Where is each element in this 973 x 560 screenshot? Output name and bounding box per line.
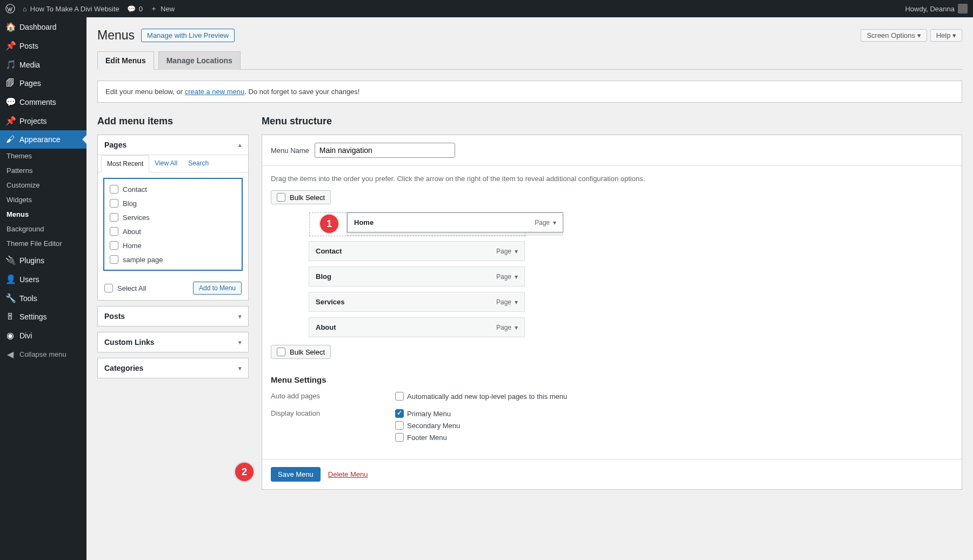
metabox-custom-links-header[interactable]: Custom Links▾ — [98, 332, 248, 352]
plugin-icon: 🔌 — [5, 255, 15, 265]
manage-live-preview-button[interactable]: Manage with Live Preview — [141, 29, 235, 42]
sidebar-item-media[interactable]: 🎵Media — [0, 55, 86, 74]
settings-icon: 🎚 — [5, 312, 15, 322]
page-title: Menus — [97, 28, 135, 43]
add-items-title: Add menu items — [97, 116, 249, 127]
chevron-down-icon: ▾ — [238, 339, 242, 346]
chevron-up-icon: ▴ — [238, 142, 242, 149]
chevron-down-icon: ▾ — [515, 324, 518, 331]
auto-add-checkbox[interactable]: Automatically add new top-level pages to… — [395, 392, 567, 401]
bulk-select-button-bottom[interactable]: Bulk Select — [271, 345, 331, 359]
help-button[interactable]: Help ▾ — [930, 29, 962, 42]
subtab-most-recent[interactable]: Most Recent — [101, 155, 149, 172]
howdy-user[interactable]: Howdy, Deanna — [905, 4, 968, 14]
sidebar-item-projects[interactable]: 📌Projects — [0, 111, 86, 130]
annotation-badge-2: 2 — [235, 463, 254, 481]
sidebar-item-comments[interactable]: 💬Comments — [0, 92, 86, 111]
menu-name-input[interactable] — [315, 143, 455, 158]
metabox-posts: Posts▾ — [97, 306, 249, 326]
chevron-down-icon: ▾ — [515, 248, 518, 255]
comment-icon: 💬 — [5, 97, 15, 107]
metabox-categories: Categories▾ — [97, 358, 249, 378]
page-checkbox-services[interactable]: Services — [106, 210, 239, 224]
sidebar-sub-patterns[interactable]: Patterns — [0, 163, 86, 178]
sidebar-sub-background[interactable]: Background — [0, 222, 86, 236]
page-icon: 🗐 — [5, 78, 15, 88]
pin-icon: 📌 — [5, 116, 15, 126]
page-checkbox-contact[interactable]: Contact — [106, 182, 239, 196]
tab-manage-locations[interactable]: Manage Locations — [158, 51, 241, 70]
chevron-down-icon: ▾ — [515, 298, 518, 306]
screen-options-button[interactable]: Screen Options ▾ — [861, 29, 927, 42]
sidebar-item-plugins[interactable]: 🔌Plugins — [0, 251, 86, 270]
sidebar-item-appearance[interactable]: 🖌Appearance — [0, 130, 86, 149]
bulk-checkbox — [277, 348, 285, 356]
sidebar-collapse[interactable]: ◀Collapse menu — [0, 345, 86, 364]
bulk-checkbox — [277, 193, 285, 202]
menu-item-contact[interactable]: ContactPage▾ — [309, 241, 525, 261]
menu-item-services[interactable]: ServicesPage▾ — [309, 292, 525, 312]
chevron-down-icon: ▾ — [238, 313, 242, 320]
metabox-categories-header[interactable]: Categories▾ — [98, 358, 248, 378]
delete-menu-link[interactable]: Delete Menu — [328, 470, 368, 478]
admin-bar: ⌂How To Make A Divi Website 💬0 ＋New Howd… — [0, 0, 973, 17]
add-to-menu-button[interactable]: Add to Menu — [193, 282, 242, 295]
menu-item-blog[interactable]: BlogPage▾ — [309, 266, 525, 286]
new-link[interactable]: ＋New — [150, 4, 175, 14]
location-footer-checkbox[interactable]: Footer Menu — [395, 433, 460, 442]
metabox-posts-header[interactable]: Posts▾ — [98, 306, 248, 326]
sidebar-sub-widgets[interactable]: Widgets — [0, 192, 86, 207]
comment-icon: 💬 — [127, 5, 136, 13]
chevron-down-icon: ▾ — [917, 31, 921, 39]
divi-icon: ◉ — [5, 330, 15, 341]
tab-edit-menus[interactable]: Edit Menus — [97, 51, 154, 70]
plus-icon: ＋ — [150, 4, 157, 14]
admin-sidebar: 🏠Dashboard 📌Posts 🎵Media 🗐Pages 💬Comment… — [0, 17, 86, 560]
chevron-down-icon: ▾ — [238, 365, 242, 372]
sidebar-item-settings[interactable]: 🎚Settings — [0, 308, 86, 326]
select-all-checkbox[interactable]: Select All — [104, 284, 146, 292]
sidebar-sub-customize[interactable]: Customize — [0, 178, 86, 192]
chevron-down-icon: ▾ — [553, 219, 556, 226]
sidebar-item-users[interactable]: 👤Users — [0, 270, 86, 289]
sidebar-item-posts[interactable]: 📌Posts — [0, 36, 86, 55]
page-checkbox-sample[interactable]: sample page — [106, 252, 239, 266]
display-location-label: Display location — [271, 409, 395, 445]
pin-icon: 📌 — [5, 41, 15, 51]
menu-name-label: Menu Name — [271, 146, 309, 155]
drag-help-text: Drag the items into the order you prefer… — [271, 175, 953, 183]
metabox-pages-header[interactable]: Pages▴ — [98, 135, 248, 155]
location-secondary-checkbox[interactable]: Secondary Menu — [395, 421, 460, 430]
content-area: Menus Manage with Live Preview Screen Op… — [86, 17, 973, 560]
subtab-search[interactable]: Search — [183, 155, 214, 172]
info-box: Edit your menu below, or create a new me… — [97, 81, 962, 103]
speedometer-icon: 🏠 — [5, 22, 15, 32]
menu-item-about[interactable]: AboutPage▾ — [309, 317, 525, 337]
sidebar-item-pages[interactable]: 🗐Pages — [0, 74, 86, 92]
save-menu-button[interactable]: Save Menu — [271, 467, 321, 482]
page-checkbox-home[interactable]: Home — [106, 238, 239, 252]
sidebar-item-dashboard[interactable]: 🏠Dashboard — [0, 17, 86, 36]
comments-link[interactable]: 💬0 — [127, 5, 143, 13]
sidebar-item-divi[interactable]: ◉Divi — [0, 326, 86, 345]
menu-item-dragging[interactable]: Home Page▾ 1 — [346, 212, 563, 236]
metabox-pages: Pages▴ Most Recent View All Search Conta… — [97, 135, 249, 301]
location-primary-checkbox[interactable]: Primary Menu — [395, 409, 460, 418]
nav-tabs: Edit Menus Manage Locations — [97, 51, 962, 70]
bulk-select-button[interactable]: Bulk Select — [271, 190, 331, 204]
chevron-down-icon: ▾ — [952, 31, 956, 39]
sidebar-item-tools[interactable]: 🔧Tools — [0, 289, 86, 308]
wp-logo-icon[interactable] — [5, 4, 15, 14]
page-checkbox-blog[interactable]: Blog — [106, 196, 239, 210]
page-checkbox-about[interactable]: About — [106, 224, 239, 238]
sidebar-sub-theme-editor[interactable]: Theme File Editor — [0, 236, 86, 251]
create-new-menu-link[interactable]: create a new menu — [185, 88, 245, 96]
chevron-down-icon: ▾ — [515, 273, 518, 281]
brush-icon: 🖌 — [5, 135, 15, 144]
sidebar-sub-themes[interactable]: Themes — [0, 149, 86, 163]
subtab-view-all[interactable]: View All — [149, 155, 183, 172]
menu-items-list: Home Page▾ 1 ContactPage▾ BlogPage▾ Serv… — [271, 212, 953, 337]
site-home[interactable]: ⌂How To Make A Divi Website — [23, 5, 119, 13]
user-icon: 👤 — [5, 274, 15, 284]
sidebar-sub-menus[interactable]: Menus — [0, 207, 86, 222]
